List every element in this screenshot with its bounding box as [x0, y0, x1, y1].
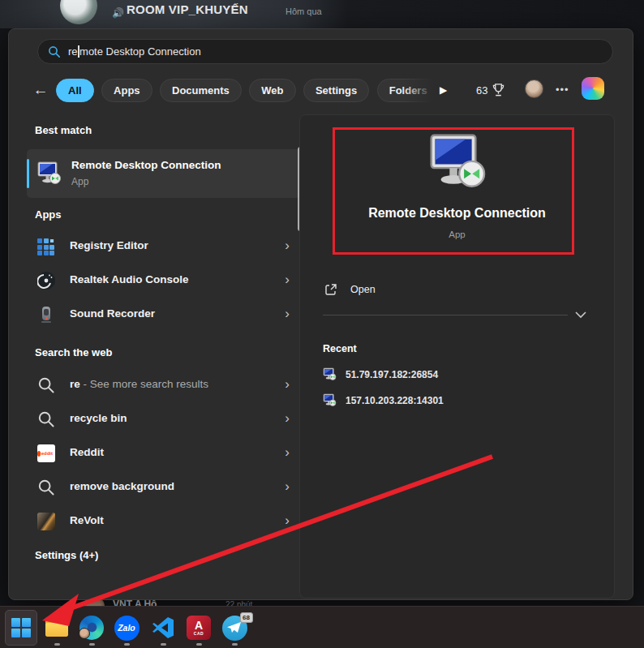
chevron-right-icon[interactable]: ›: [285, 376, 290, 393]
recent-address: 157.10.203.228:14301: [346, 395, 444, 406]
running-indicator: [196, 643, 202, 646]
result-label: Reddit: [70, 446, 104, 458]
speaker-icon: 🔊: [112, 7, 124, 19]
copilot-icon[interactable]: [582, 77, 604, 100]
search-icon: [37, 410, 55, 428]
web-result-see-more[interactable]: re - See more search results ›: [27, 368, 301, 402]
tab-settings[interactable]: Settings: [303, 79, 369, 102]
rewards-count: 63: [476, 84, 487, 97]
taskbar-zalo[interactable]: Zalo: [113, 614, 140, 642]
chevron-down-icon[interactable]: [573, 307, 589, 322]
search-icon: [37, 376, 55, 394]
tab-all[interactable]: All: [56, 79, 94, 102]
best-match-result[interactable]: Remote Desktop Connection App: [27, 149, 301, 198]
rewards-counter[interactable]: 63: [476, 83, 505, 97]
back-button[interactable]: ←: [32, 79, 49, 101]
file-explorer-icon: [45, 617, 69, 638]
recent-connection-item[interactable]: 157.10.203.228:14301: [315, 389, 600, 412]
search-icon: [37, 478, 55, 496]
selection-accent-bar: [27, 159, 29, 188]
open-label: Open: [350, 284, 376, 295]
taskbar: Zalo ACAD 68: [0, 606, 644, 648]
rdc-app-icon-large: [427, 133, 489, 191]
result-label: remove background: [70, 480, 174, 492]
recent-connection-item[interactable]: 51.79.197.182:26854: [315, 363, 600, 386]
autocad-icon: ACAD: [187, 616, 211, 640]
result-label: recycle bin: [70, 412, 127, 424]
result-label: re - See more search results: [70, 378, 208, 390]
best-match-header: Best match: [35, 124, 92, 136]
tabs-fade: [402, 78, 440, 104]
running-indicator: [54, 643, 60, 646]
tab-web[interactable]: Web: [249, 79, 295, 102]
result-label: Registry Editor: [70, 239, 148, 251]
search-value: remote Desktop Connection: [68, 45, 201, 58]
taskbar-edge[interactable]: [78, 614, 105, 642]
result-label: Realtek Audio Console: [70, 273, 189, 285]
edge-icon: [79, 616, 104, 640]
web-result-remove-background[interactable]: remove background ›: [27, 470, 301, 504]
background-chat-header: 🔊 ROOM VIP_KHUYẾN Hôm qua: [0, 0, 644, 28]
telegram-icon: 68: [222, 616, 247, 641]
rdc-file-icon: [323, 367, 337, 381]
rdc-file-icon: [323, 393, 337, 407]
running-indicator: [161, 643, 166, 646]
open-button[interactable]: Open: [315, 277, 600, 303]
taskbar-vscode[interactable]: [149, 614, 177, 642]
realtek-audio-icon: [37, 272, 55, 290]
app-result-realtek-audio-console[interactable]: Realtek Audio Console ›: [27, 264, 301, 298]
chevron-right-icon[interactable]: ›: [285, 444, 290, 461]
chevron-right-icon[interactable]: ›: [285, 272, 290, 288]
tab-documents[interactable]: Documents: [160, 79, 242, 102]
detail-panel: Remote Desktop Connection App Open Recen…: [299, 114, 615, 599]
chat-title: ROOM VIP_KHUYẾN: [127, 2, 248, 16]
best-match-subtitle: App: [71, 176, 88, 187]
search-icon: [48, 45, 61, 58]
taskbar-telegram[interactable]: 68: [221, 614, 248, 642]
reddit-icon: reddit: [37, 444, 55, 462]
result-label: Sound Recorder: [70, 307, 155, 320]
detail-app-title: Remote Desktop Connection: [300, 206, 614, 221]
filter-tabs: All Apps Documents Web Settings Folders …: [56, 79, 439, 103]
web-result-recycle-bin[interactable]: recycle bin ›: [27, 402, 301, 436]
windows-logo-icon: [11, 618, 31, 637]
start-button[interactable]: [5, 610, 37, 646]
taskbar-file-explorer[interactable]: [43, 614, 71, 642]
more-options-icon[interactable]: •••: [556, 81, 575, 97]
profile-avatar: [79, 628, 90, 639]
detail-app-subtitle: App: [300, 230, 614, 239]
chevron-right-icon[interactable]: ›: [285, 513, 290, 529]
web-result-reddit[interactable]: reddit Reddit ›: [27, 436, 301, 470]
chevron-right-icon[interactable]: ›: [285, 478, 290, 495]
running-indicator: [89, 643, 95, 646]
tab-apps[interactable]: Apps: [101, 79, 152, 102]
zalo-icon: Zalo: [114, 616, 140, 641]
vscode-icon: [151, 616, 175, 640]
recent-address: 51.79.197.182:26854: [346, 369, 438, 380]
apps-header: Apps: [35, 208, 62, 221]
chevron-right-icon[interactable]: ›: [285, 306, 290, 322]
search-window: remote Desktop Connection ← All Apps Doc…: [8, 28, 633, 600]
sound-recorder-icon: [37, 306, 55, 324]
notification-badge: 68: [240, 612, 253, 623]
best-match-title: Remote Desktop Connection: [71, 159, 221, 171]
open-external-icon: [324, 283, 337, 296]
screen: 🔊 ROOM VIP_KHUYẾN Hôm qua VNT A Hồ 22 ph…: [0, 0, 644, 648]
app-result-sound-recorder[interactable]: Sound Recorder ›: [27, 298, 301, 332]
revolt-icon: [37, 513, 55, 530]
chevron-right-icon[interactable]: ›: [285, 238, 290, 254]
taskbar-autocad[interactable]: ACAD: [185, 614, 213, 642]
search-web-header: Search the web: [35, 346, 112, 358]
web-result-revolt[interactable]: ReVolt ›: [27, 504, 301, 539]
running-indicator: [232, 643, 238, 646]
chevron-right-icon[interactable]: ›: [285, 410, 290, 427]
account-avatar[interactable]: [525, 79, 543, 98]
rdc-app-icon: [36, 161, 62, 187]
app-result-registry-editor[interactable]: Registry Editor ›: [27, 230, 301, 264]
registry-editor-icon: [37, 238, 55, 255]
search-input[interactable]: remote Desktop Connection: [37, 39, 613, 64]
trophy-icon: [492, 83, 505, 97]
running-indicator: [124, 643, 130, 646]
tabs-scroll-right-icon[interactable]: ▶: [440, 83, 453, 97]
recent-header: Recent: [323, 343, 357, 354]
